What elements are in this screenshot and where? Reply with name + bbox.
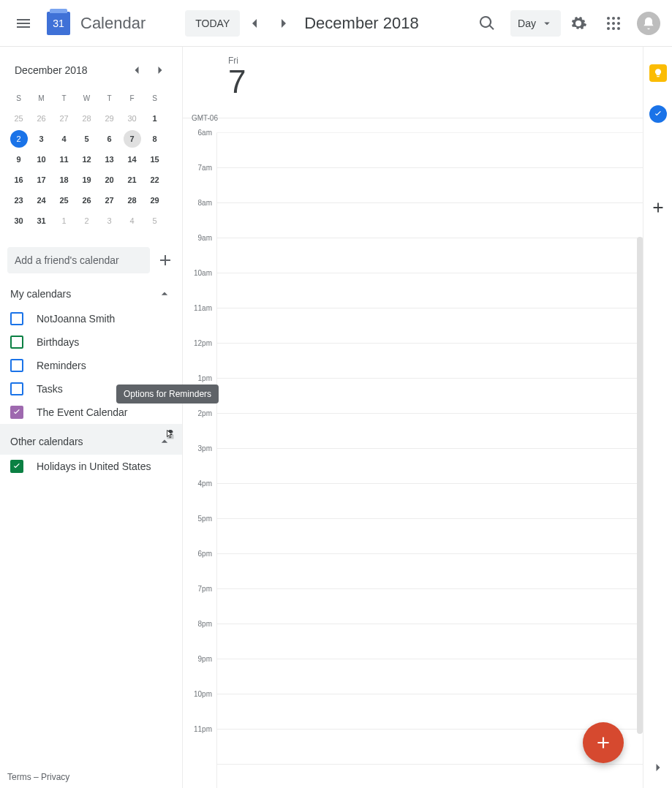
mini-day-cell[interactable]: 25 [53,190,75,211]
hour-row[interactable]: 4pm [216,484,643,519]
mini-day-cell[interactable]: 28 [121,190,143,211]
mini-day-cell[interactable]: 2 [75,211,98,231]
hour-row[interactable]: 6pm [216,554,643,589]
next-period-button[interactable] [269,9,298,38]
view-switcher[interactable]: Day [510,10,561,37]
hour-row[interactable]: 6am [216,133,643,168]
hour-row[interactable]: 8am [216,203,643,238]
create-event-fab[interactable] [583,722,624,763]
terms-link[interactable]: Terms [7,772,31,782]
mini-day-cell[interactable]: 15 [143,149,166,170]
mini-day-cell[interactable]: 27 [53,108,75,129]
calendar-item[interactable]: The Event Calendar [0,401,182,424]
hour-row[interactable]: 9am [216,238,643,273]
mini-day-cell[interactable]: 19 [75,170,98,190]
mini-day-cell[interactable]: 23 [7,190,30,211]
mini-day-cell[interactable]: 18 [53,170,75,190]
hour-row[interactable]: 7am [216,168,643,203]
mini-day-cell[interactable]: 17 [30,170,53,190]
mini-day-cell[interactable]: 8 [143,129,166,149]
plus-icon [594,733,613,752]
mini-day-cell[interactable]: 4 [53,129,75,149]
today-button[interactable]: TODAY [185,10,240,37]
mini-day-cell[interactable]: 30 [121,108,143,129]
calendar-checkbox[interactable] [10,406,23,419]
calendar-checkbox[interactable] [10,382,23,395]
hour-row[interactable]: 10pm [216,694,643,730]
hide-side-panel[interactable] [645,754,671,781]
mini-day-cell[interactable]: 21 [121,170,143,190]
main-menu-button[interactable] [6,6,41,41]
mini-day-cell[interactable]: 10 [30,149,53,170]
mini-day-cell[interactable]: 3 [98,211,121,231]
mini-day-cell[interactable]: 29 [143,190,166,211]
calendar-checkbox[interactable] [10,312,23,325]
hour-row[interactable]: 1pm [216,379,643,414]
hour-row[interactable]: 8pm [216,624,643,659]
other-calendars-header[interactable]: Other calendars [0,424,182,455]
mini-day-cell[interactable]: 4 [121,211,143,231]
get-addons-button[interactable] [649,199,667,216]
mini-day-cell[interactable]: 3 [30,129,53,149]
account-avatar[interactable] [637,12,660,35]
keep-addon[interactable] [649,64,667,82]
my-calendars-header[interactable]: My calendars [0,276,182,307]
hour-row[interactable]: 3pm [216,449,643,484]
add-calendar-button[interactable] [156,247,175,273]
hour-row[interactable]: 11am [216,308,643,344]
mini-day-cell[interactable]: 28 [75,108,98,129]
app-logo[interactable]: 31 Calendar [44,9,146,38]
hour-row[interactable]: 2pm [216,414,643,449]
prev-period-button[interactable] [240,9,269,38]
mini-day-cell[interactable]: 1 [53,211,75,231]
search-button[interactable] [469,6,505,41]
settings-button[interactable] [561,6,596,41]
add-friend-input[interactable] [7,247,150,273]
calendar-item[interactable]: NotJoanna Smith [0,307,182,330]
calendar-item[interactable]: Holidays in United States [0,455,182,478]
hour-row[interactable]: 12pm [216,344,643,379]
calendar-checkbox[interactable] [10,336,23,349]
mini-day-cell[interactable]: 31 [30,211,53,231]
calendar-item[interactable]: Reminders [0,354,182,377]
mini-day-cell[interactable]: 16 [7,170,30,190]
mini-day-cell[interactable]: 14 [121,149,143,170]
mini-day-cell[interactable]: 6 [98,129,121,149]
allday-row[interactable] [216,118,643,133]
mini-day-cell[interactable]: 1 [143,108,166,129]
mini-day-cell[interactable]: 26 [30,108,53,129]
mini-day-cell[interactable]: 26 [75,190,98,211]
hour-row[interactable]: 9pm [216,659,643,694]
calendar-item[interactable]: Birthdays [0,330,182,354]
mini-day-cell[interactable]: 24 [30,190,53,211]
mini-next-month[interactable] [148,58,172,82]
calendar-checkbox[interactable] [10,460,23,473]
mini-day-cell[interactable]: 30 [7,211,30,231]
hour-row[interactable]: 10am [216,273,643,308]
mini-prev-month[interactable] [125,58,148,82]
hour-row[interactable]: 5pm [216,519,643,554]
mini-day-cell[interactable]: 20 [98,170,121,190]
mini-day-cell[interactable]: 5 [75,129,98,149]
hour-row[interactable]: 11pm [216,730,643,765]
mini-day-cell[interactable]: 2 [7,129,30,149]
mini-day-cell[interactable]: 7 [121,129,143,149]
privacy-link[interactable]: Privacy [41,772,69,782]
mini-day-cell[interactable]: 11 [53,149,75,170]
hour-label: 11pm [183,725,212,733]
hour-row[interactable]: 7pm [216,589,643,624]
scrollbar[interactable] [637,237,643,734]
day-view[interactable]: Fri 7 GMT-06 6am7am8am9am10am11am12pm1pm… [183,47,643,788]
mini-day-cell[interactable]: 5 [143,211,166,231]
hours-grid[interactable]: 6am7am8am9am10am11am12pm1pm2pm3pm4pm5pm6… [183,133,643,788]
mini-day-cell[interactable]: 27 [98,190,121,211]
mini-day-cell[interactable]: 13 [98,149,121,170]
apps-button[interactable] [596,6,631,41]
tasks-addon[interactable] [649,105,667,123]
calendar-checkbox[interactable] [10,359,23,372]
mini-day-cell[interactable]: 22 [143,170,166,190]
mini-day-cell[interactable]: 12 [75,149,98,170]
mini-day-cell[interactable]: 29 [98,108,121,129]
mini-day-cell[interactable]: 9 [7,149,30,170]
mini-day-cell[interactable]: 25 [7,108,30,129]
